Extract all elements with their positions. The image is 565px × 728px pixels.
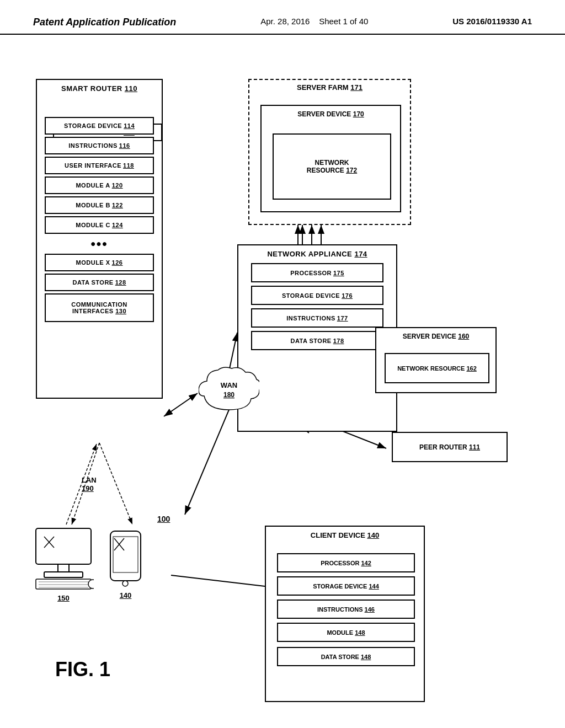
storage-176-box: STORAGE DEVICE 176 (251, 286, 383, 305)
data-store-178-box: DATA STORE 178 (251, 331, 383, 350)
svg-text:180: 180 (223, 391, 234, 399)
svg-line-3 (164, 393, 198, 416)
svg-line-16 (171, 575, 265, 586)
lan-label: LAN190 (82, 476, 97, 493)
server-farm-box: SERVER FARM 171 SERVER DEVICE 170 NETWOR… (248, 79, 411, 225)
module-c-124-box: MODULE C 124 (45, 216, 154, 234)
server-device-170-box: SERVER DEVICE 170 NETWORKRESOURCE 172 (260, 105, 401, 212)
smart-router-box: SMART ROUTER 110 PROCESSOR 112 STORAGE D… (36, 79, 163, 399)
ellipsis: ••• (90, 236, 108, 251)
module-148-box: MODULE 148 (277, 623, 415, 642)
instructions-177-box: INSTRUCTIONS 177 (251, 308, 383, 328)
client-device-box: CLIENT DEVICE 140 PROCESSOR 142 STORAGE … (265, 526, 425, 702)
header-right: US 2016/0119330 A1 (452, 17, 532, 26)
svg-rect-23 (44, 572, 83, 577)
server-device-160-box: SERVER DEVICE 160 NETWORK RESOURCE 162 (375, 327, 497, 393)
phone-device-140: 140 (108, 528, 143, 599)
storage-144-box: STORAGE DEVICE 144 (277, 576, 415, 596)
module-x-126-box: MODULE X 126 (45, 254, 154, 271)
module-a-120-box: MODULE A 120 (45, 176, 154, 194)
svg-text:WAN: WAN (221, 381, 237, 389)
smart-router-title: SMART ROUTER 110 (61, 84, 137, 93)
svg-point-28 (88, 580, 94, 588)
svg-rect-24 (36, 579, 91, 589)
network-resource-172-box: NETWORKRESOURCE 172 (273, 133, 391, 200)
peer-router-box: PEER ROUTER 111 (392, 432, 508, 462)
diagram-area: SMART ROUTER 110 PROCESSOR 112 STORAGE D… (0, 35, 565, 708)
header-left: Patent Application Publication (33, 17, 176, 28)
svg-point-33 (122, 581, 128, 586)
svg-rect-19 (36, 528, 91, 564)
user-interface-118-box: USER INTERFACE 118 (45, 157, 154, 174)
svg-line-6 (185, 410, 229, 515)
header-center: Apr. 28, 2016 Sheet 1 of 40 (260, 17, 368, 26)
module-b-122-box: MODULE B 122 (45, 196, 154, 214)
data-store-148-box: DATA STORE 148 (277, 647, 415, 666)
system-number-label: 100 (157, 515, 170, 523)
network-appliance-title: NETWORK APPLIANCE 174 (267, 250, 367, 258)
instructions-146-box: INSTRUCTIONS 146 (277, 599, 415, 619)
page-header: Patent Application Publication Apr. 28, … (0, 0, 565, 35)
instructions-116-box: INSTRUCTIONS 116 (45, 137, 154, 154)
svg-rect-22 (58, 564, 69, 572)
comm-interfaces-130-box: COMMUNICATION INTERFACES 130 (45, 293, 154, 322)
data-store-128-box: DATA STORE 128 (45, 274, 154, 291)
svg-line-14 (99, 443, 132, 524)
network-resource-162-box: NETWORK RESOURCE 162 (385, 353, 489, 383)
processor-142-box: PROCESSOR 142 (277, 553, 415, 572)
storage-114-box: STORAGE DEVICE 114 (45, 117, 154, 135)
fig-label: FIG. 1 (55, 658, 110, 681)
processor-175-box: PROCESSOR 175 (251, 263, 383, 282)
desktop-device-150: 150 (33, 526, 94, 602)
network-appliance-box: NETWORK APPLIANCE 174 PROCESSOR 175 STOR… (237, 244, 397, 432)
wan-cloud: WAN 180 (199, 366, 259, 415)
